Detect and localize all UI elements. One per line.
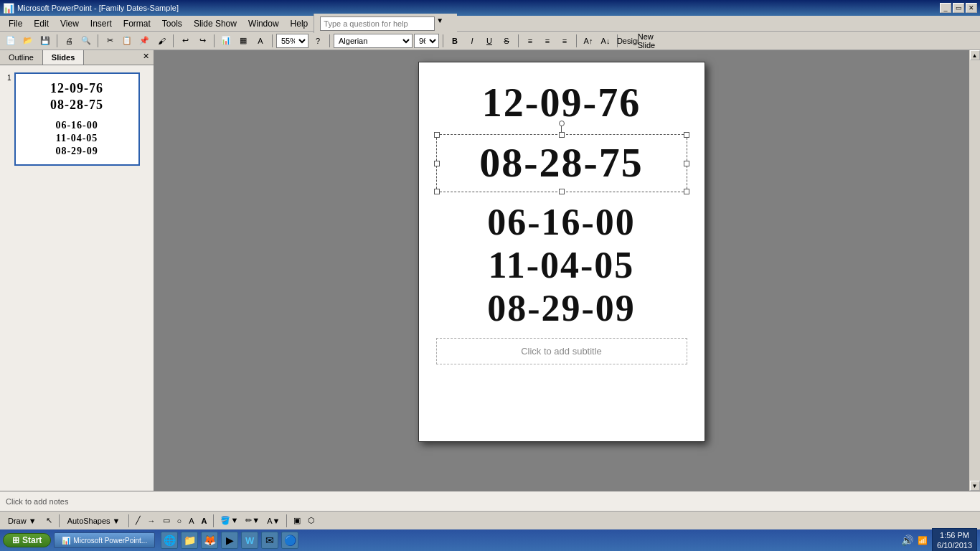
help-btn[interactable]: ?	[310, 33, 326, 49]
taskbar: ⊞ Start 📊 Microsoft PowerPoint... 🌐 📁 🦊 …	[0, 529, 980, 551]
taskbar-app-icon: 📊	[62, 537, 70, 545]
menu-file[interactable]: File	[3, 17, 28, 30]
scroll-up-btn[interactable]: ▲	[970, 50, 980, 60]
autoshapes-btn[interactable]: AutoShapes ▼	[63, 515, 125, 527]
menu-window[interactable]: Window	[242, 17, 285, 30]
taskbar-word-btn[interactable]: W	[241, 532, 258, 549]
save-btn[interactable]: 💾	[37, 33, 53, 49]
align-right-btn[interactable]: ≡	[557, 33, 573, 49]
insert-table-btn[interactable]: ▦	[235, 33, 251, 49]
menu-tools[interactable]: Tools	[156, 17, 188, 30]
paste-btn[interactable]: 📌	[136, 33, 152, 49]
menu-view[interactable]: View	[55, 17, 85, 30]
dates-lower-textbox[interactable]: 06-16-00 11-04-05 08-29-09	[436, 198, 687, 332]
scroll-down-btn[interactable]: ▼	[970, 481, 980, 491]
tab-outline[interactable]: Outline	[0, 50, 43, 65]
handle-br[interactable]	[684, 189, 689, 194]
help-dropdown-btn[interactable]: ▼	[436, 17, 443, 24]
clock-display: 1:56 PM 6/10/2013	[932, 528, 977, 551]
thumb-date-4: 11-04-05	[56, 133, 98, 144]
window-controls[interactable]: _ ▭ ✕	[940, 3, 977, 13]
start-button[interactable]: ⊞ Start	[3, 533, 51, 547]
open-btn[interactable]: 📂	[20, 33, 36, 49]
zoom-dropdown[interactable]: 55% 75% 100%	[276, 34, 308, 48]
help-search-input[interactable]	[320, 17, 435, 31]
main-area: Outline Slides ✕ 1 12-09-76 08-28-75 06-…	[0, 50, 980, 491]
taskbar-outlook-btn[interactable]: ✉	[261, 532, 278, 549]
taskbar-ie-btn[interactable]: 🌐	[161, 532, 178, 549]
handle-bl[interactable]	[434, 189, 440, 194]
line-btn[interactable]: ╱	[133, 514, 143, 527]
align-left-btn[interactable]: ≡	[522, 33, 538, 49]
right-scrollbar[interactable]: ▲ ▼	[969, 50, 980, 491]
canvas-area: 12-09-76 08-28-75 06-16-00 11-04-05	[154, 50, 969, 491]
taskbar-app-powerpoint[interactable]: 📊 Microsoft PowerPoint...	[54, 532, 155, 548]
menu-format[interactable]: Format	[118, 17, 156, 30]
subtitle-placeholder[interactable]: Click to add subtitle	[436, 338, 687, 364]
new-btn[interactable]: 📄	[3, 33, 19, 49]
copy-btn[interactable]: 📋	[119, 33, 135, 49]
slide-thumb-item-1[interactable]: 1 12-09-76 08-28-75 06-16-00 11-04-05 08…	[7, 72, 146, 166]
decrease-size-btn[interactable]: A↓	[598, 33, 613, 49]
menu-insert[interactable]: Insert	[85, 17, 118, 30]
taskbar-firefox-btn[interactable]: 🦊	[201, 532, 218, 549]
selected-date-textbox[interactable]: 08-28-75	[436, 134, 687, 192]
handle-ml[interactable]	[434, 161, 440, 166]
strikethrough-btn[interactable]: S	[499, 33, 514, 49]
taskbar-extra-btn[interactable]: 🔵	[281, 532, 298, 549]
font-color-btn[interactable]: A▼	[264, 515, 283, 527]
taskbar-media-btn[interactable]: ▶	[221, 532, 238, 549]
taskbar-right: 🔊 📶 1:56 PM 6/10/2013	[901, 528, 977, 551]
handle-tl[interactable]	[434, 132, 440, 138]
line-color-btn[interactable]: ✏▼	[242, 514, 263, 527]
select-arrow-btn[interactable]: ↖	[43, 514, 55, 527]
insert-wordart-btn[interactable]: A	[253, 33, 268, 49]
tab-slides[interactable]: Slides	[43, 50, 84, 65]
underline-btn[interactable]: U	[481, 33, 497, 49]
handle-tm[interactable]	[559, 132, 565, 138]
fill-color-btn[interactable]: 🪣▼	[217, 514, 241, 527]
shadow-btn[interactable]: ▣	[291, 514, 303, 527]
slide-canvas: 12-09-76 08-28-75 06-16-00 11-04-05	[418, 62, 705, 442]
close-btn[interactable]: ✕	[966, 3, 977, 13]
ellipse-btn[interactable]: ○	[174, 515, 185, 527]
preview-btn[interactable]: 🔍	[78, 33, 94, 49]
insert-chart-btn[interactable]: 📊	[218, 33, 234, 49]
wordart-btn[interactable]: A	[199, 515, 210, 527]
slide-thumbnail[interactable]: 12-09-76 08-28-75 06-16-00 11-04-05 08-2…	[14, 72, 140, 166]
redo-btn[interactable]: ↪	[194, 33, 210, 49]
bold-btn[interactable]: B	[447, 33, 463, 49]
undo-btn[interactable]: ↩	[177, 33, 193, 49]
print-btn[interactable]: 🖨	[61, 33, 77, 49]
menu-help[interactable]: Help	[285, 17, 314, 30]
new-slide-btn[interactable]: New Slide	[639, 33, 654, 49]
menu-edit[interactable]: Edit	[28, 17, 55, 30]
design-btn[interactable]: Design	[621, 33, 637, 49]
notes-area[interactable]: Click to add notes	[0, 491, 980, 511]
format-painter-btn[interactable]: 🖌	[154, 33, 169, 49]
increase-size-btn[interactable]: A↑	[580, 33, 596, 49]
rotate-handle[interactable]	[559, 121, 565, 126]
arrow-btn[interactable]: →	[145, 515, 159, 527]
font-family-dropdown[interactable]: Algerian	[334, 34, 413, 48]
3d-btn[interactable]: ⬡	[305, 514, 318, 527]
maximize-btn[interactable]: ▭	[953, 3, 964, 13]
notes-placeholder[interactable]: Click to add notes	[6, 497, 68, 506]
taskbar-volume-icon[interactable]: 🔊	[901, 534, 913, 546]
handle-tr[interactable]	[684, 132, 689, 138]
font-size-dropdown[interactable]: 96	[414, 34, 439, 48]
handle-bm[interactable]	[559, 189, 565, 194]
menu-slideshow[interactable]: Slide Show	[188, 17, 242, 30]
taskbar-network-icon[interactable]: 📶	[918, 536, 928, 545]
italic-btn[interactable]: I	[464, 33, 480, 49]
cut-btn[interactable]: ✂	[102, 33, 118, 49]
rect-btn[interactable]: ▭	[160, 514, 173, 527]
panel-close-btn[interactable]: ✕	[138, 50, 154, 65]
text-btn[interactable]: A	[186, 515, 197, 527]
align-center-btn[interactable]: ≡	[540, 33, 555, 49]
help-box: ▼	[314, 14, 457, 34]
draw-menu-btn[interactable]: Draw ▼	[3, 514, 42, 527]
handle-mr[interactable]	[684, 161, 689, 166]
taskbar-explorer-btn[interactable]: 📁	[181, 532, 198, 549]
minimize-btn[interactable]: _	[940, 3, 951, 13]
